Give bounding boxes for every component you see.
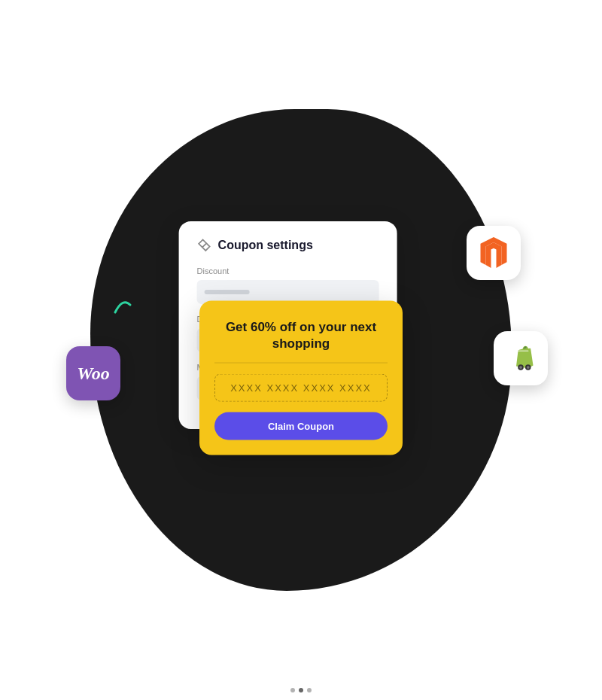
svg-point-5 xyxy=(519,366,522,369)
svg-marker-0 xyxy=(481,237,507,265)
promo-card: Get 60% off on your next shopping XXXX X… xyxy=(199,300,403,455)
coupon-card-header: Coupon settings xyxy=(197,238,379,253)
promo-title: Get 60% off on your next shopping xyxy=(214,318,388,352)
shopify-logo-icon xyxy=(505,342,537,374)
discount-field-group: Discount xyxy=(197,266,379,304)
woo-platform-icon: Woo xyxy=(66,346,120,400)
woo-logo-text: Woo xyxy=(77,364,110,384)
magento-platform-icon xyxy=(467,226,521,280)
svg-point-6 xyxy=(527,366,530,369)
dot-2 xyxy=(299,688,303,692)
discount-label: Discount xyxy=(197,266,379,275)
decorative-curve xyxy=(111,294,134,319)
shopify-platform-icon xyxy=(494,331,548,385)
dot-1 xyxy=(290,688,295,692)
promo-divider xyxy=(214,363,388,364)
claim-coupon-button[interactable]: Claim Coupon xyxy=(214,412,388,440)
phone-indicator-dots xyxy=(290,688,312,692)
coupon-card-title: Coupon settings xyxy=(218,239,313,252)
dot-3 xyxy=(307,688,312,692)
svg-rect-2 xyxy=(516,351,529,352)
coupon-settings-icon xyxy=(197,238,212,253)
svg-marker-1 xyxy=(486,242,502,268)
magento-logo-icon xyxy=(478,237,509,269)
coupon-code-box[interactable]: XXXX XXXX XXXX XXXX xyxy=(214,374,388,402)
